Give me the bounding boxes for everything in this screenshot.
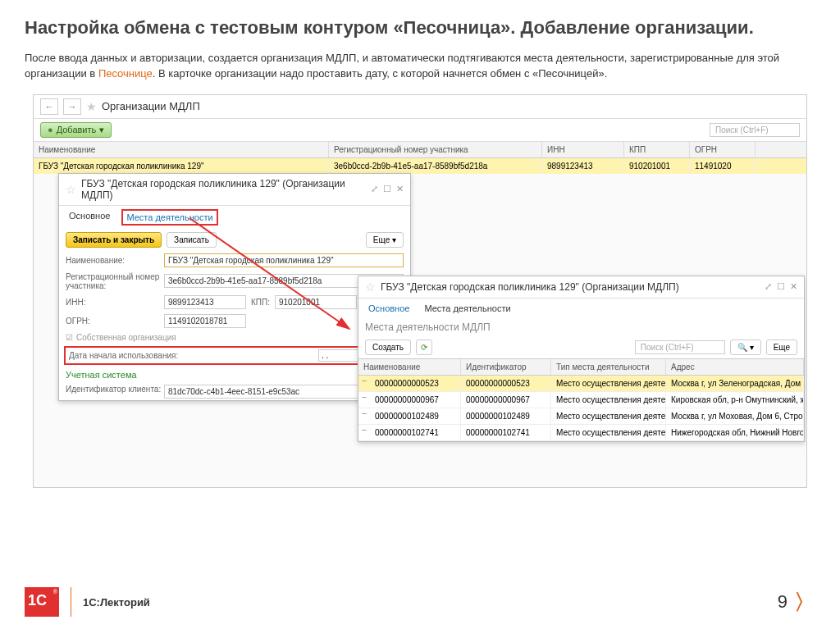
slide-title: Настройка обмена с тестовым контуром «Пе… bbox=[25, 16, 815, 40]
create-button[interactable]: Создать bbox=[365, 340, 411, 355]
table-row[interactable]: –0000000010248900000000102489Место осуще… bbox=[358, 408, 804, 425]
footer-label: 1С:Лекторий bbox=[83, 596, 150, 608]
chevron-right-icon: 〉 bbox=[794, 588, 815, 617]
table-row[interactable]: –0000000010274100000000102741Место осуще… bbox=[358, 425, 804, 441]
save-button[interactable]: Записать bbox=[167, 232, 217, 248]
search-input[interactable]: Поиск (Ctrl+F) bbox=[710, 123, 800, 137]
tab-places[interactable]: Места деятельности bbox=[121, 209, 217, 226]
places-search[interactable]: Поиск (Ctrl+F) bbox=[635, 340, 725, 354]
forward-button[interactable]: → bbox=[63, 98, 81, 115]
more-button[interactable]: Еще bbox=[766, 340, 797, 355]
list-title: Организации МДЛП bbox=[102, 100, 200, 112]
tab-main[interactable]: Основное bbox=[365, 302, 413, 315]
open-icon[interactable]: ⤢ bbox=[371, 184, 378, 194]
page-number: 9 bbox=[778, 591, 788, 613]
places-subtitle: Места деятельности МДЛП bbox=[358, 318, 804, 336]
save-close-button[interactable]: Записать и закрыть bbox=[66, 232, 162, 248]
kpp-field[interactable]: 910201001 bbox=[275, 295, 357, 309]
card-title: ГБУЗ "Детская городская поликлиника 129"… bbox=[81, 178, 366, 201]
table-row[interactable]: –0000000000096700000000000967Место осуще… bbox=[358, 392, 804, 408]
search-button[interactable]: 🔍 ▾ bbox=[730, 340, 761, 355]
logo-1c: 1С® bbox=[25, 587, 59, 617]
places-header: Наименование Идентификатор Тип места дея… bbox=[358, 358, 804, 376]
window-icon[interactable]: ☐ bbox=[777, 281, 785, 292]
tab-main[interactable]: Основное bbox=[66, 209, 113, 226]
more-button[interactable]: Еще ▾ bbox=[366, 232, 404, 248]
table-row[interactable]: ГБУЗ "Детская городская поликлиника 129"… bbox=[34, 158, 806, 174]
open-icon[interactable]: ⤢ bbox=[765, 281, 772, 292]
screenshot-area: ← → ★ Организации МДЛП ●Добавить ▾ Поиск… bbox=[33, 94, 807, 488]
refresh-button[interactable]: ⟳ bbox=[416, 340, 432, 355]
favorite-icon[interactable]: ☆ bbox=[365, 280, 376, 294]
org-list-window: ← → ★ Организации МДЛП ●Добавить ▾ Поиск… bbox=[34, 95, 806, 174]
back-button[interactable]: ← bbox=[40, 98, 58, 115]
close-icon[interactable]: ✕ bbox=[790, 281, 797, 292]
tab-places[interactable]: Места деятельности bbox=[421, 302, 514, 315]
name-field[interactable]: ГБУЗ "Детская городская поликлиника 129" bbox=[164, 253, 404, 267]
close-icon[interactable]: ✕ bbox=[396, 184, 404, 194]
plus-icon: ● bbox=[48, 125, 53, 134]
places-title: ГБУЗ "Детская городская поликлиника 129"… bbox=[381, 281, 760, 293]
slide-footer: 1С® 1С:Лекторий 9 〉 bbox=[25, 587, 815, 617]
window-icon[interactable]: ☐ bbox=[383, 184, 391, 194]
start-date-row: Дата начала использования: . . 📅 bbox=[64, 346, 405, 365]
ogrn-field[interactable]: 1149102018781 bbox=[164, 314, 246, 328]
favorite-icon[interactable]: ☆ bbox=[66, 183, 76, 196]
inn-field[interactable]: 9899123413 bbox=[164, 295, 246, 309]
intro-text: После ввода данных и авторизации, создае… bbox=[25, 50, 815, 82]
places-window: ☆ ГБУЗ "Детская городская поликлиника 12… bbox=[358, 276, 805, 442]
table-row[interactable]: –0000000000052300000000000523Место осуще… bbox=[358, 376, 804, 392]
list-header: Наименование Регистрационный номер участ… bbox=[34, 142, 806, 158]
add-button[interactable]: ●Добавить ▾ bbox=[40, 122, 112, 138]
favorite-icon[interactable]: ★ bbox=[86, 100, 97, 113]
